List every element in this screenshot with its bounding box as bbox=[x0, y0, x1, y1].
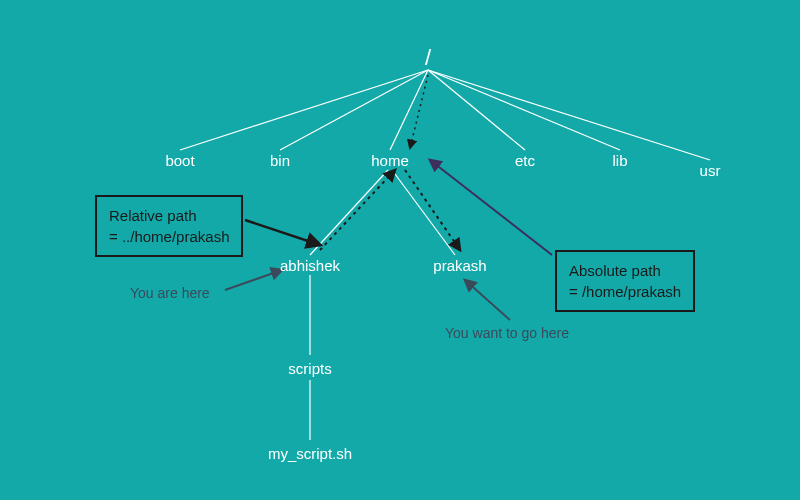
you-are-here-label: You are here bbox=[130, 285, 210, 301]
svg-line-5 bbox=[428, 70, 710, 160]
svg-line-0 bbox=[180, 70, 428, 150]
node-abhishek: abhishek bbox=[280, 257, 340, 274]
svg-line-11 bbox=[225, 270, 282, 290]
svg-line-4 bbox=[428, 70, 620, 150]
node-root: / bbox=[425, 45, 431, 71]
node-boot: boot bbox=[165, 152, 194, 169]
you-want-label: You want to go here bbox=[445, 325, 569, 341]
relative-path-line1: Relative path bbox=[109, 205, 229, 226]
relative-path-box: Relative path = ../home/prakash bbox=[95, 195, 243, 257]
absolute-path-line1: Absolute path bbox=[569, 260, 681, 281]
node-usr: usr bbox=[700, 162, 721, 179]
absolute-path-line2: = /home/prakash bbox=[569, 281, 681, 302]
node-scripts: scripts bbox=[288, 360, 331, 377]
node-prakash: prakash bbox=[433, 257, 486, 274]
svg-line-1 bbox=[280, 70, 428, 150]
svg-line-7 bbox=[392, 170, 455, 255]
node-home: home bbox=[371, 152, 409, 169]
svg-line-3 bbox=[428, 70, 525, 150]
svg-line-15 bbox=[405, 170, 460, 250]
node-myscript: my_script.sh bbox=[268, 445, 352, 462]
svg-line-10 bbox=[245, 220, 320, 245]
svg-line-6 bbox=[310, 170, 388, 255]
node-lib: lib bbox=[612, 152, 627, 169]
svg-line-12 bbox=[465, 280, 510, 320]
relative-path-line2: = ../home/prakash bbox=[109, 226, 229, 247]
svg-line-14 bbox=[320, 170, 395, 250]
absolute-path-box: Absolute path = /home/prakash bbox=[555, 250, 695, 312]
node-etc: etc bbox=[515, 152, 535, 169]
svg-line-2 bbox=[390, 70, 428, 150]
svg-line-13 bbox=[430, 160, 552, 255]
svg-line-16 bbox=[410, 75, 428, 148]
node-bin: bin bbox=[270, 152, 290, 169]
